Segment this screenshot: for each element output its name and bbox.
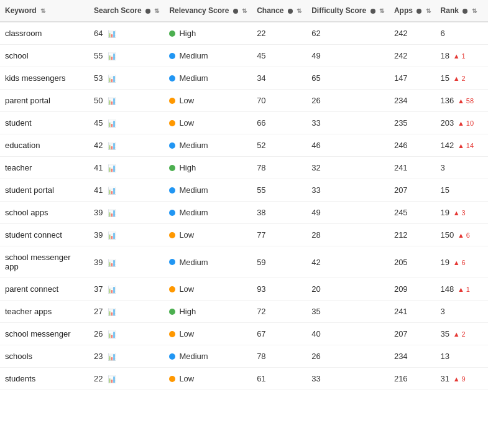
header-chance[interactable]: Chance ⇅: [252, 0, 306, 22]
apps-cell: 147: [389, 67, 436, 90]
rank-cell: 203 ▲ 10: [436, 112, 488, 134]
difficulty-cell: 46: [306, 134, 389, 157]
keyword-table: Keyword ⇅ Search Score ⇅ Relevancy Score…: [0, 0, 488, 390]
relevancy-label: Medium: [179, 258, 208, 267]
header-search-score[interactable]: Search Score ⇅: [89, 0, 164, 22]
apps-cell: 241: [389, 301, 436, 323]
chart-icon[interactable]: 📊: [108, 119, 116, 128]
search-score-cell: 39 📊: [89, 246, 164, 278]
apps-cell: 234: [389, 345, 436, 368]
table-row: student connect39 📊Low7728212150 ▲ 6: [0, 224, 488, 246]
table-row: student portal41 📊Medium553320715: [0, 179, 488, 202]
keyword-cell: parent connect: [0, 278, 89, 301]
rank-cell: 31 ▲ 9: [436, 368, 488, 390]
chance-cell: 52: [252, 134, 306, 157]
chart-icon[interactable]: 📊: [108, 330, 116, 338]
search-score-cell: 23 📊: [89, 345, 164, 368]
difficulty-cell: 49: [306, 45, 389, 67]
header-chance-label: Chance: [257, 6, 283, 15]
info-dot-difficulty: [371, 9, 375, 14]
chart-icon[interactable]: 📊: [108, 231, 116, 240]
table-row: kids messengers53 📊Medium346514715 ▲ 2: [0, 67, 488, 90]
difficulty-cell: 33: [306, 368, 389, 390]
rank-change: ▲ 6: [458, 231, 470, 239]
keyword-cell: student portal: [0, 179, 89, 202]
chart-icon[interactable]: 📊: [108, 259, 116, 267]
relevancy-label: Medium: [179, 185, 208, 195]
sort-icon-search: ⇅: [154, 7, 159, 14]
table-row: student45 📊Low6633235203 ▲ 10: [0, 112, 488, 134]
relevancy-label: Low: [179, 118, 194, 128]
difficulty-cell: 65: [306, 67, 389, 90]
relevancy-dot: [169, 331, 175, 337]
info-dot-rank: [463, 9, 467, 14]
chance-cell: 61: [252, 368, 306, 390]
header-apps[interactable]: Apps ⇅: [389, 0, 436, 22]
chance-cell: 78: [252, 345, 306, 368]
header-relevancy[interactable]: Relevancy Score ⇅: [164, 0, 252, 22]
keyword-cell: teacher: [0, 157, 89, 179]
difficulty-cell: 20: [306, 278, 389, 301]
search-score-cell: 37 📊: [89, 278, 164, 301]
info-dot-relevancy: [233, 9, 238, 14]
header-row: Keyword ⇅ Search Score ⇅ Relevancy Score…: [0, 0, 488, 22]
relevancy-label: High: [179, 307, 196, 316]
relevancy-label: Medium: [179, 352, 208, 361]
table-row: teacher apps27 📊High72352413: [0, 301, 488, 323]
table-row: parent connect37 📊Low9320209148 ▲ 1: [0, 278, 488, 301]
chart-icon[interactable]: 📊: [108, 375, 116, 383]
header-keyword-label: Keyword: [5, 6, 37, 15]
relevancy-label: Low: [179, 329, 194, 338]
chart-icon[interactable]: 📊: [108, 286, 116, 294]
difficulty-cell: 33: [306, 112, 389, 134]
rank-cell: 3: [436, 157, 488, 179]
search-score-cell: 64 📊: [89, 22, 164, 45]
chart-icon[interactable]: 📊: [108, 75, 116, 83]
chart-icon[interactable]: 📊: [108, 52, 116, 60]
rank-change: ▲ 14: [458, 142, 474, 149]
rank-cell: 35 ▲ 2: [436, 323, 488, 345]
chance-cell: 59: [252, 246, 306, 278]
chance-cell: 93: [252, 278, 306, 301]
relevancy-cell: Medium: [164, 179, 252, 202]
relevancy-cell: High: [164, 22, 252, 45]
header-rank[interactable]: Rank ⇅: [436, 0, 488, 22]
chart-icon[interactable]: 📊: [108, 97, 116, 105]
table-row: teacher41 📊High78322413: [0, 157, 488, 179]
chart-icon[interactable]: 📊: [108, 308, 116, 316]
chance-cell: 66: [252, 112, 306, 134]
search-score-cell: 45 📊: [89, 112, 164, 134]
table-body: classroom64 📊High22622426school55 📊Mediu…: [0, 22, 488, 390]
apps-cell: 245: [389, 202, 436, 224]
apps-cell: 205: [389, 246, 436, 278]
header-difficulty-label: Difficulty Score: [311, 6, 366, 15]
chart-icon[interactable]: 📊: [108, 142, 116, 150]
rank-cell: 15 ▲ 2: [436, 67, 488, 90]
relevancy-dot: [169, 309, 175, 315]
table-row: school messenger app39 📊Medium594220519 …: [0, 246, 488, 278]
keyword-cell: teacher apps: [0, 301, 89, 323]
relevancy-dot: [169, 376, 175, 382]
rank-cell: 148 ▲ 1: [436, 278, 488, 301]
relevancy-cell: High: [164, 157, 252, 179]
sort-icon-rank: ⇅: [472, 7, 477, 14]
apps-cell: 242: [389, 45, 436, 67]
search-score-cell: 50 📊: [89, 90, 164, 112]
difficulty-cell: 28: [306, 224, 389, 246]
table-row: school55 📊Medium454924218 ▲ 1: [0, 45, 488, 67]
relevancy-label: Low: [179, 96, 194, 105]
header-keyword[interactable]: Keyword ⇅: [0, 0, 89, 22]
chart-icon[interactable]: 📊: [108, 209, 116, 217]
chart-icon[interactable]: 📊: [108, 164, 116, 172]
relevancy-dot: [169, 210, 175, 216]
chart-icon[interactable]: 📊: [108, 187, 116, 195]
search-score-cell: 41 📊: [89, 157, 164, 179]
relevancy-label: Low: [179, 374, 194, 383]
chart-icon[interactable]: 📊: [108, 30, 116, 38]
chance-cell: 70: [252, 90, 306, 112]
header-difficulty[interactable]: Difficulty Score ⇅: [306, 0, 389, 22]
keyword-cell: students: [0, 368, 89, 390]
rank-cell: 6: [436, 22, 488, 45]
chance-cell: 55: [252, 179, 306, 202]
chart-icon[interactable]: 📊: [108, 353, 116, 361]
